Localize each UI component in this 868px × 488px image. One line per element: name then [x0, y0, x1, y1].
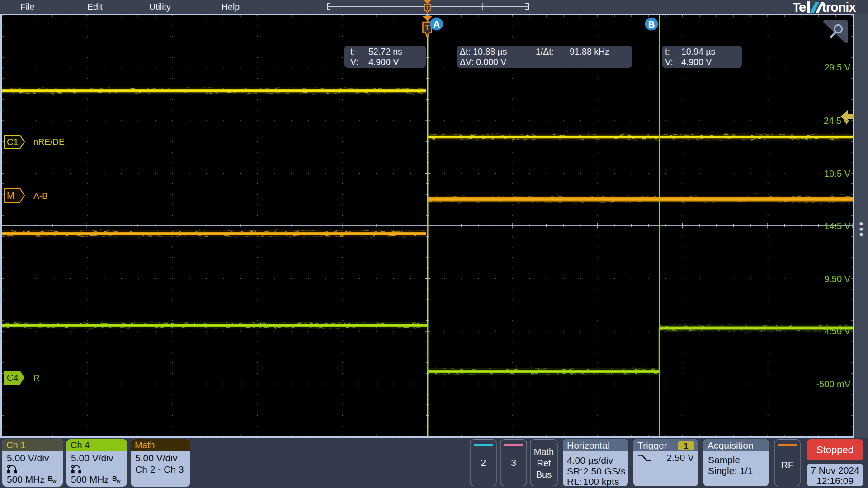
- svg-text:Horizontal: Horizontal: [567, 440, 610, 450]
- svg-text:nRE/DE: nRE/DE: [33, 137, 65, 146]
- svg-text:ΔV: 0.000 V: ΔV: 0.000 V: [460, 57, 506, 67]
- svg-text:Single: 1/1: Single: 1/1: [708, 465, 753, 476]
- svg-text:Math: Math: [534, 447, 554, 457]
- svg-text:Math: Math: [135, 440, 155, 450]
- svg-text:w: w: [52, 478, 57, 483]
- svg-text:t:: t:: [665, 47, 670, 56]
- svg-text:A: A: [433, 19, 440, 29]
- svg-text:Trigger: Trigger: [637, 440, 667, 450]
- svg-text:T: T: [425, 23, 430, 32]
- svg-text:12:16:09: 12:16:09: [816, 475, 854, 486]
- svg-text:Ch 4: Ch 4: [71, 440, 90, 450]
- svg-text:Bus: Bus: [536, 469, 552, 479]
- svg-text:500 MHz: 500 MHz: [7, 474, 45, 484]
- svg-text:19.5 V: 19.5 V: [824, 169, 850, 178]
- svg-text:RF: RF: [781, 460, 794, 470]
- svg-text:Utility: Utility: [149, 2, 171, 12]
- svg-text:SR:: SR:: [567, 466, 583, 476]
- svg-text:C1: C1: [7, 137, 19, 147]
- svg-text:3: 3: [511, 457, 516, 468]
- svg-text:Ch 1: Ch 1: [6, 440, 25, 450]
- svg-text:w: w: [116, 478, 121, 483]
- svg-text:91.88 kHz: 91.88 kHz: [570, 47, 609, 56]
- svg-text:14.5 V: 14.5 V: [824, 221, 850, 231]
- svg-text:V:: V:: [665, 57, 673, 67]
- svg-text:52.72 ns: 52.72 ns: [368, 47, 402, 56]
- svg-text:Edit: Edit: [87, 2, 103, 12]
- svg-text:Sample: Sample: [708, 455, 740, 465]
- svg-text:R: R: [33, 373, 40, 383]
- svg-text:Acquisition: Acquisition: [708, 440, 754, 450]
- svg-text:500 MHz: 500 MHz: [71, 474, 109, 484]
- svg-text:4.50 V: 4.50 V: [824, 326, 850, 336]
- svg-text:A-B: A-B: [33, 191, 48, 201]
- svg-text:7 Nov 2024: 7 Nov 2024: [811, 465, 859, 475]
- svg-text:2.50 V: 2.50 V: [666, 452, 694, 463]
- svg-text:tronix: tronix: [822, 0, 856, 14]
- svg-text:1: 1: [684, 441, 688, 450]
- svg-text:Δt: 10.88 µs: Δt: 10.88 µs: [460, 47, 507, 56]
- svg-text:4.900 V: 4.900 V: [368, 57, 399, 67]
- svg-text:4.900 V: 4.900 V: [681, 57, 712, 67]
- svg-text:Stopped: Stopped: [816, 444, 854, 455]
- svg-text:29.5 V: 29.5 V: [824, 62, 850, 72]
- svg-text:Te: Te: [793, 0, 806, 14]
- svg-text:2.50 GS/s: 2.50 GS/s: [583, 466, 625, 476]
- svg-text:5.00 V/div: 5.00 V/div: [7, 453, 49, 463]
- svg-text:24.5: 24.5: [824, 116, 841, 126]
- svg-text:10.94 µs: 10.94 µs: [681, 47, 715, 56]
- svg-text:100 kpts: 100 kpts: [583, 476, 619, 487]
- svg-text:Ref: Ref: [537, 458, 551, 468]
- svg-text:M: M: [7, 191, 14, 201]
- svg-text:C4: C4: [7, 373, 19, 383]
- svg-text:1/Δt:: 1/Δt:: [536, 47, 554, 56]
- svg-text:2: 2: [481, 457, 486, 468]
- svg-text:B: B: [648, 19, 655, 29]
- svg-text:-500 mV: -500 mV: [816, 379, 850, 389]
- svg-text:t:: t:: [350, 47, 355, 56]
- svg-text:Help: Help: [222, 2, 240, 12]
- svg-text:4.00 µs/div: 4.00 µs/div: [567, 455, 613, 465]
- svg-text:5.00 V/div: 5.00 V/div: [71, 453, 113, 463]
- svg-text:5.00 V/div: 5.00 V/div: [135, 453, 178, 463]
- svg-text:V:: V:: [350, 57, 359, 67]
- svg-text:File: File: [20, 2, 34, 12]
- svg-text:Ch 2 - Ch 3: Ch 2 - Ch 3: [135, 464, 184, 474]
- svg-text:RL:: RL:: [567, 476, 582, 487]
- svg-text:9.50 V: 9.50 V: [824, 274, 850, 284]
- svg-text:T: T: [425, 5, 429, 11]
